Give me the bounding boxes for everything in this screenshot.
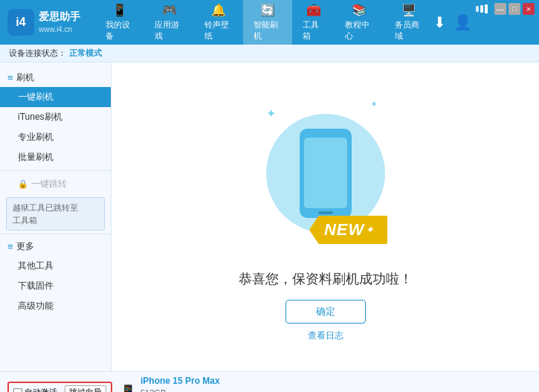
header: i4 爱思助手 www.i4.cn 📱 我的设备 🎮 应用游戏 🔔 铃声壁纸 🔄… (0, 0, 539, 45)
sidebar-item-advanced[interactable]: 高级功能 (0, 296, 111, 316)
device-name: iPhone 15 Pro Max (141, 375, 220, 388)
status-mode: 正常模式 (69, 48, 102, 59)
nav-item-smart-flash[interactable]: 🔄 智能刷机 (243, 0, 292, 46)
phone-circle-bg (266, 114, 385, 233)
nav-item-toolbox[interactable]: 🧰 工具箱 (292, 0, 335, 46)
sidebar-item-download-firmware[interactable]: 下载固件 (0, 276, 111, 296)
new-badge: NEW ✦ (309, 216, 387, 244)
sidebar-item-batch-flash[interactable]: 批量刷机 (0, 147, 111, 167)
bottom-device-bar: 自动激活 跳过向导 📱 iPhone 15 Pro Max 512GB iPho… (0, 371, 539, 392)
skip-guide-label: 跳过向导 (69, 387, 102, 392)
sparkle-left: ✦ (266, 106, 276, 121)
sidebar-section-more[interactable]: ≡ 更多 (0, 237, 111, 256)
auto-activate-checkbox[interactable] (13, 388, 22, 393)
window-controls: — □ × (476, 3, 535, 15)
restore-button[interactable]: □ (509, 3, 520, 15)
flash-icon: ≡ (7, 72, 13, 83)
phone-screen (304, 138, 347, 208)
nav-icon-tutorial: 📚 (352, 3, 367, 17)
success-text: 恭喜您，保资料刷机成功啦！ (239, 270, 413, 288)
nav-item-my-device[interactable]: 📱 我的设备 (95, 0, 144, 46)
nav-icon-ringtone: 🔔 (211, 3, 226, 17)
signal-icon (476, 3, 488, 15)
phone-button (318, 211, 333, 214)
nav-icon-apps: 🎮 (162, 3, 177, 17)
device-info: 📱 iPhone 15 Pro Max 512GB iPhone (120, 375, 220, 392)
nav-item-service[interactable]: 🖥️ 务员商域 (384, 0, 433, 46)
sidebar-item-other-tools[interactable]: 其他工具 (0, 256, 111, 276)
nav: 📱 我的设备 🎮 应用游戏 🔔 铃声壁纸 🔄 智能刷机 🧰 工具箱 📚 (95, 0, 433, 46)
logo-icon: i4 (7, 9, 34, 36)
nav-icon-toolbox: 🧰 (306, 3, 321, 17)
minimize-button[interactable]: — (494, 3, 506, 15)
nav-item-tutorial[interactable]: 📚 教程中心 (335, 0, 384, 46)
status-bar: 设备连接状态： 正常模式 (0, 45, 539, 62)
download-icon[interactable]: ⬇ (433, 13, 446, 31)
header-right: ⬇ 👤 (433, 13, 532, 31)
device-phone-icon: 📱 (120, 384, 136, 392)
close-button[interactable]: × (523, 3, 535, 15)
nav-item-ringtone[interactable]: 🔔 铃声壁纸 (194, 0, 243, 46)
confirm-button[interactable]: 确定 (285, 300, 366, 324)
sidebar-item-pro-flash[interactable]: 专业刷机 (0, 127, 111, 147)
sidebar-item-one-key-flash[interactable]: 一键刷机 (0, 87, 111, 107)
sidebar: ≡ 刷机 一键刷机 iTunes刷机 专业刷机 批量刷机 🔒 一键跳转 越狱工具… (0, 62, 112, 371)
more-icon: ≡ (7, 241, 13, 252)
nav-icon-service: 🖥️ (401, 3, 416, 17)
content-area: ✦ ✦ NEW ✦ 恭喜您，保资料刷机成功啦！ 确定 查看日志 (112, 62, 539, 371)
user-icon[interactable]: 👤 (454, 13, 472, 31)
phone-body (300, 129, 352, 218)
sidebar-one-key-restore: 🔒 一键跳转 (0, 174, 111, 194)
skip-guide-option[interactable]: 跳过向导 (65, 385, 106, 392)
nav-icon-device: 📱 (112, 3, 127, 17)
view-log-link[interactable]: 查看日志 (308, 330, 343, 342)
auto-activate-label: 自动激活 (25, 387, 57, 392)
sidebar-note: 越狱工具已跳转至 工具箱 (6, 197, 105, 231)
auto-activate-option[interactable]: 自动激活 (13, 387, 57, 392)
sidebar-section-flash[interactable]: ≡ 刷机 (0, 68, 111, 87)
phone-illustration: ✦ ✦ NEW ✦ (251, 91, 400, 255)
device-controls: 自动激活 跳过向导 (7, 382, 112, 392)
sparkle-right: ✦ (370, 99, 378, 109)
logo-text: 爱思助手 www.i4.cn (39, 10, 80, 35)
logo: i4 爱思助手 www.i4.cn (7, 9, 80, 36)
nav-icon-flash: 🔄 (260, 3, 275, 17)
lock-icon: 🔒 (18, 179, 28, 189)
sidebar-item-itunes-flash[interactable]: iTunes刷机 (0, 107, 111, 127)
device-storage: 512GB (141, 388, 220, 393)
device-details: iPhone 15 Pro Max 512GB iPhone (141, 375, 220, 392)
nav-item-apps-games[interactable]: 🎮 应用游戏 (144, 0, 193, 46)
